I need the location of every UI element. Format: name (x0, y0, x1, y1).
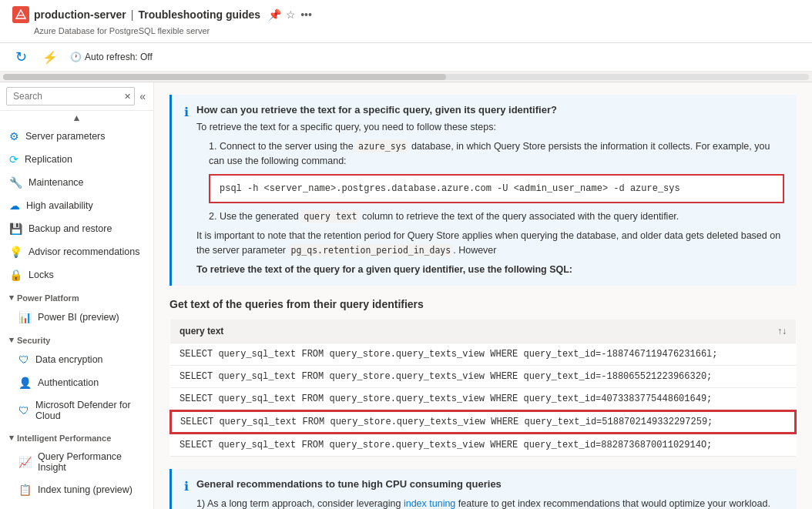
command-code-block: psql -h <server_name>.postgres.database.… (209, 174, 784, 203)
row-cell: SELECT query_sql_text FROM query_store.q… (170, 388, 796, 411)
scroll-up-button[interactable]: ▲ (72, 112, 82, 123)
auto-refresh: 🕐 Auto refresh: Off (70, 52, 153, 62)
section-security[interactable]: ▾ Security (0, 329, 153, 348)
azure-icon (15, 9, 26, 20)
table-row-highlighted[interactable]: SELECT query_sql_text FROM query_store.q… (170, 410, 796, 434)
reco-info-icon: ℹ (184, 479, 189, 509)
reco1-prefix: 1) As a long term approach, consider lev… (196, 498, 404, 509)
table-row[interactable]: SELECT query_sql_text FROM query_store.q… (170, 366, 796, 388)
sidebar-item-query-performance[interactable]: 📈 Query Performance Insight (0, 446, 153, 478)
chevron-down-icon: ▾ (9, 293, 14, 303)
backup-icon: 💾 (9, 223, 22, 235)
info-icon: ℹ (184, 105, 189, 276)
table-section: Get text of the queries from their query… (169, 298, 797, 457)
row-cell: SELECT query_sql_text FROM query_store.q… (170, 366, 796, 388)
refresh-button[interactable]: ↻ (12, 47, 30, 67)
section-monitoring[interactable]: ▾ Monitoring (0, 501, 153, 509)
chevron-down-icon: ▾ (9, 335, 14, 345)
auto-refresh-label: Auto refresh: Off (85, 52, 153, 62)
sidebar-item-label: Server parameters (25, 131, 106, 142)
query-table: query text ↑↓ SELECT query_sql_text FROM… (169, 320, 797, 457)
table-row[interactable]: SELECT query_sql_text FROM query_store.q… (170, 434, 796, 457)
sidebar-item-label: Data encryption (35, 354, 103, 365)
info-content: How can you retrieve the text for a spec… (196, 104, 784, 276)
sidebar-item-backup-restore[interactable]: 💾 Backup and restore (0, 217, 153, 240)
data-encryption-icon: 🛡 (18, 353, 29, 366)
sidebar-collapse-icon[interactable]: « (138, 89, 147, 104)
search-container: ✕ (6, 87, 135, 105)
info-box-query: ℹ How can you retrieve the text for a sp… (169, 95, 797, 286)
row-cell: SELECT query_sql_text FROM query_store.q… (170, 343, 796, 366)
section-title: Get text of the queries from their query… (169, 298, 797, 310)
sidebar-item-power-bi[interactable]: 📊 Power BI (preview) (0, 306, 153, 329)
section-label: Intelligent Performance (17, 434, 111, 443)
connect-button[interactable]: ⚡ (39, 49, 61, 66)
sidebar-item-server-parameters[interactable]: ⚙ Server parameters (0, 125, 153, 148)
scrollbar-track[interactable] (3, 74, 809, 80)
reco-content: General recommendations to tune high CPU… (196, 478, 784, 509)
section-label: Power Platform (17, 293, 79, 303)
svg-marker-0 (16, 10, 25, 18)
sidebar-item-label: Maintenance (29, 177, 84, 188)
sidebar-item-high-availability[interactable]: ☁ High availability (0, 194, 153, 217)
step2-suffix: column to retrieve the text of the query… (359, 211, 679, 222)
sidebar-item-maintenance[interactable]: 🔧 Maintenance (0, 171, 153, 194)
toolbar: ↻ ⚡ 🕐 Auto refresh: Off (0, 43, 812, 72)
section-intelligent-performance[interactable]: ▾ Intelligent Performance (0, 427, 153, 446)
sidebar-item-label: Query Performance Insight (38, 451, 144, 473)
search-input[interactable] (6, 87, 135, 105)
sidebar-item-data-encryption[interactable]: 🛡 Data encryption (0, 348, 153, 371)
retention-code: pg_qs.retention_period_in_days (289, 244, 454, 256)
table-row[interactable]: SELECT query_sql_text FROM query_store.q… (170, 343, 796, 366)
sidebar-item-authentication[interactable]: 👤 Authentication (0, 371, 153, 394)
server-name: production-server (34, 8, 126, 21)
column-header-query-text: query text ↑↓ (170, 320, 796, 343)
sort-icon[interactable]: ↑↓ (777, 326, 787, 337)
sidebar-item-replication[interactable]: ⟳ Replication (0, 148, 153, 171)
info-note: It is important to note that the retenti… (196, 229, 784, 258)
pin-icon[interactable]: 📌 (268, 8, 281, 21)
row-cell-highlighted: SELECT query_sql_text FROM query_store.q… (170, 410, 796, 434)
query-performance-icon: 📈 (18, 456, 32, 468)
advisor-icon: 💡 (9, 246, 22, 258)
note-suffix: . However (453, 245, 496, 256)
search-clear-icon[interactable]: ✕ (124, 92, 131, 102)
maintenance-icon: 🔧 (9, 176, 22, 189)
section-label: Security (17, 336, 50, 345)
recommendations-box: ℹ General recommendations to tune high C… (169, 469, 797, 509)
sidebar-item-label: Backup and restore (29, 223, 112, 234)
step1-prefix: 1. Connect to the server using the (209, 141, 356, 152)
app-icon (12, 6, 29, 23)
recommendation-item: 1) As a long term approach, consider lev… (196, 496, 784, 509)
sidebar-item-label: Microsoft Defender for Cloud (35, 400, 144, 421)
info-footer-bold: To retrieve the text of the query for a … (196, 263, 784, 277)
sidebar-item-index-tuning[interactable]: 📋 Index tuning (preview) (0, 478, 153, 501)
star-icon[interactable]: ☆ (286, 8, 296, 21)
table-row[interactable]: SELECT query_sql_text FROM query_store.q… (170, 388, 796, 411)
replication-icon: ⟳ (9, 153, 18, 166)
more-icon[interactable]: ••• (300, 8, 312, 21)
sidebar-item-advisor[interactable]: 💡 Advisor recommendations (0, 240, 153, 263)
index-tuning-icon: 📋 (18, 484, 32, 496)
sidebar-item-label: Index tuning (preview) (38, 484, 133, 495)
command-text: psql -h <server_name>.postgres.database.… (220, 183, 680, 194)
index-tuning-link[interactable]: index tuning (404, 498, 455, 509)
sidebar-item-defender[interactable]: 🛡 Microsoft Defender for Cloud (0, 394, 153, 427)
main-content: ℹ How can you retrieve the text for a sp… (154, 82, 812, 509)
sidebar-item-label: Power BI (preview) (38, 312, 119, 323)
page-title: Troubleshooting guides (138, 8, 260, 21)
section-power-platform[interactable]: ▾ Power Platform (0, 286, 153, 306)
sidebar-item-label: Authentication (38, 377, 99, 388)
locks-icon: 🔒 (9, 269, 22, 281)
top-header: production-server | Troubleshooting guid… (0, 0, 812, 43)
azure-sys-code: azure_sys (356, 140, 408, 152)
scrollbar-thumb[interactable] (3, 74, 446, 80)
chevron-down-icon: ▾ (9, 433, 14, 443)
sidebar-item-locks[interactable]: 🔒 Locks (0, 263, 153, 286)
breadcrumb-sep: | (131, 8, 134, 21)
sidebar-item-label: Replication (25, 154, 72, 165)
sidebar-item-label: High availability (26, 200, 93, 211)
high-availability-icon: ☁ (9, 199, 20, 212)
row-cell: SELECT query_sql_text FROM query_store.q… (170, 434, 796, 457)
defender-icon: 🛡 (18, 404, 29, 417)
